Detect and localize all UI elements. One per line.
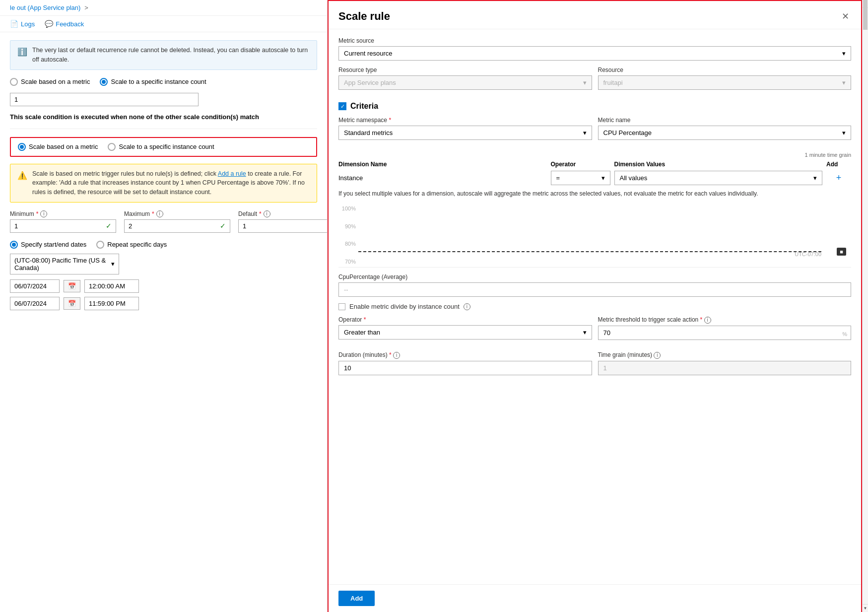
operator-dropdown[interactable]: Greater than ▾ [338,325,592,340]
end-time-input[interactable] [84,297,139,310]
dim-values-value: All values [620,174,648,182]
dimension-table: Dimension Name Operator Dimension Values… [338,161,851,185]
threshold-required: * [700,316,703,323]
minimum-check-icon: ✓ [102,222,116,230]
resource-type-group: Resource type App Service plans ▾ [338,67,592,96]
radio-label-instance-1: Scale to a specific instance count [111,78,206,85]
scale-rule-panel: Scale rule ✕ Metric source Current resou… [328,0,862,612]
threshold-info-icon[interactable]: i [704,317,711,324]
feedback-button[interactable]: 💬 Feedback [45,20,84,28]
metric-source-value: Current resource [344,50,393,57]
default-required: * [259,210,262,217]
dim-operator-value: = [556,174,560,182]
scrollbar-thumb[interactable] [863,0,868,30]
resource-group: Resource fruitapi ▾ [598,67,852,96]
radio-circle-instance-2 [108,143,116,151]
metric-chart: 100% 90% 80% 70% ■ UTC-07:00 [338,203,851,268]
dim-values-dropdown[interactable]: All values ▾ [614,171,823,185]
chart-badge: ■ [837,248,846,256]
maximum-label: Maximum * i [124,210,230,217]
minimum-field: Minimum * i ✓ [10,210,116,233]
scrollbar[interactable]: ▲ ▼ [862,0,868,612]
cpu-metric-value: -- [338,282,851,297]
default-field: Default * i ✓ [238,210,328,233]
metric-source-dropdown[interactable]: Current resource ▾ [338,46,851,61]
resource-type-chevron-icon: ▾ [583,79,587,86]
resource-type-label: Resource type [338,67,592,73]
minimum-label: Minimum * i [10,210,116,217]
resource-chevron-icon: ▾ [842,79,846,86]
enable-divide-info-icon[interactable]: i [464,303,470,310]
start-time-input[interactable] [84,279,139,293]
resource-value: fruitapi [603,79,623,86]
maximum-info-icon[interactable]: i [156,210,163,217]
radio-label-instance-2: Scale to a specific instance count [119,143,214,150]
dim-operator-dropdown[interactable]: = ▾ [551,171,610,185]
start-calendar-button[interactable]: 📅 [64,280,80,292]
maximum-check-icon: ✓ [216,222,230,230]
metric-namespace-required: * [389,117,391,124]
maximum-field: Maximum * i ✓ [124,210,230,233]
minimum-input-wrapper: ✓ [10,219,116,233]
start-date-input[interactable] [10,279,60,293]
metric-name-label: Metric name [598,117,852,124]
maximum-input[interactable] [125,220,216,232]
radio-repeat-days[interactable]: Repeat specific days [96,241,167,249]
metric-name-value: CPU Percentage [603,129,652,136]
radio-scale-metric-1[interactable]: Scale based on a metric [10,78,90,86]
resource-dropdown[interactable]: fruitapi ▾ [598,75,852,90]
close-button[interactable]: ✕ [840,9,851,24]
minimum-input[interactable] [10,220,102,232]
threshold-input[interactable] [598,326,852,340]
duration-input[interactable] [338,361,592,375]
threshold-label: Metric threshold to trigger scale action… [598,316,852,324]
breadcrumb-link[interactable]: le out (App Service plan) [10,4,80,11]
threshold-input-wrapper: % [598,326,852,340]
chart-content: ■ UTC-07:00 [358,203,821,257]
resource-type-dropdown[interactable]: App Service plans ▾ [338,75,592,90]
enable-divide-label: Enable metric divide by instance count [349,303,460,310]
dimension-note: If you select multiple values for a dime… [338,189,851,198]
end-calendar-button[interactable]: 📅 [64,297,80,310]
default-info-icon[interactable]: i [264,210,270,217]
chart-time-label: UTC-07:00 [795,251,821,257]
time-grain-input [598,361,852,375]
instance-count-input[interactable] [10,93,199,106]
warning-box: ⚠️ Scale is based on metric trigger rule… [10,164,317,203]
logs-button[interactable]: 📄 Logs [10,20,35,28]
metric-name-dropdown[interactable]: CPU Percentage ▾ [598,126,852,140]
default-input-wrapper: ✓ [238,219,328,233]
metric-namespace-dropdown[interactable]: Standard metrics ▾ [338,126,592,140]
end-date-input[interactable] [10,297,60,310]
time-grain-group: Time grain (minutes) i [598,351,852,375]
duration-required: * [389,351,392,358]
add-button[interactable]: Add [338,591,375,606]
condition-text: This scale condition is executed when no… [10,113,317,121]
radio-scale-instance-1[interactable]: Scale to a specific instance count [100,78,206,86]
breadcrumb: le out (App Service plan) > [0,0,327,16]
time-grain-info-icon[interactable]: i [654,352,661,359]
radio-scale-metric-2[interactable]: Scale based on a metric [18,143,98,151]
add-rule-link[interactable]: Add a rule [218,170,246,177]
duration-info-icon[interactable]: i [393,352,400,359]
dimension-headers: Dimension Name Operator Dimension Values… [338,161,851,168]
date-option2-label: Repeat specific days [107,241,167,248]
metric-source-label: Metric source [338,37,851,44]
default-label: Default * i [238,210,328,217]
enable-divide-checkbox[interactable] [338,303,345,310]
chart-label-70: 70% [338,259,356,265]
timezone-dropdown[interactable]: (UTC-08:00) Pacific Time (US & Canada) ▾ [10,254,119,274]
add-dimension-button[interactable]: + [826,173,851,183]
radio-specify-dates[interactable]: Specify start/end dates [10,241,86,249]
default-input[interactable] [239,220,328,232]
minimum-info-icon[interactable]: i [40,210,47,217]
radio-label-metric-1: Scale based on a metric [21,78,90,85]
logs-icon: 📄 [10,20,18,28]
operator-value: Greater than [344,329,380,336]
scroll-down-arrow[interactable]: ▼ [863,604,868,612]
radio-circle-dates [10,241,18,249]
time-grain-label: 1 minute time grain [338,152,851,158]
radio-scale-instance-2[interactable]: Scale to a specific instance count [108,143,214,151]
metric-namespace-chevron-icon: ▾ [583,129,587,136]
dim-operator-chevron-icon: ▾ [601,174,605,182]
